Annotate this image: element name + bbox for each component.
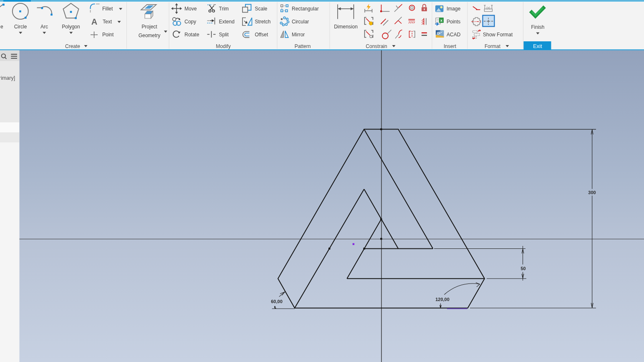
svg-text:Split: Split	[219, 32, 229, 38]
svg-text:Circular: Circular	[292, 19, 309, 25]
svg-text:Arc: Arc	[40, 24, 48, 30]
svg-text:Project: Project	[141, 24, 157, 30]
svg-text:Point: Point	[102, 32, 114, 38]
svg-text:e: e	[0, 24, 3, 30]
svg-text:Rectangular: Rectangular	[292, 6, 319, 12]
svg-text:Circle: Circle	[14, 24, 27, 30]
svg-text:Constrain: Constrain	[366, 43, 387, 49]
svg-text:Dimension: Dimension	[334, 24, 358, 30]
svg-text:(x): (x)	[486, 6, 490, 10]
svg-text:Fillet: Fillet	[102, 6, 113, 12]
svg-text:Stretch: Stretch	[255, 19, 271, 25]
svg-text:Offset: Offset	[255, 32, 268, 38]
svg-text:Show Format: Show Format	[483, 32, 513, 38]
svg-text:Mirror: Mirror	[292, 32, 305, 38]
svg-text:Modify: Modify	[216, 43, 230, 49]
svg-text:Polygon: Polygon	[62, 24, 80, 30]
svg-text:Pattern: Pattern	[295, 43, 311, 49]
svg-text:Move: Move	[184, 6, 197, 12]
svg-text:Copy: Copy	[184, 19, 196, 25]
svg-text:60,00: 60,00	[271, 299, 283, 304]
svg-text:x: x	[440, 18, 442, 23]
svg-text:A: A	[91, 17, 97, 26]
svg-text:Trim: Trim	[219, 6, 229, 12]
svg-text:Image: Image	[447, 6, 461, 12]
svg-text:ACAD: ACAD	[447, 32, 461, 38]
svg-text:Extend: Extend	[219, 19, 235, 25]
svg-text:Points: Points	[447, 19, 460, 25]
svg-text:Insert: Insert	[444, 43, 457, 49]
svg-text:Text: Text	[103, 19, 112, 25]
svg-text:Exit: Exit	[533, 43, 542, 49]
svg-text:Scale: Scale	[255, 6, 268, 12]
svg-text:120,00: 120,00	[435, 297, 450, 302]
svg-text:Create: Create	[65, 43, 80, 49]
svg-text:Format: Format	[485, 43, 501, 49]
svg-text:Finish: Finish	[531, 24, 544, 30]
svg-text:300: 300	[588, 190, 596, 195]
svg-text:Geometry: Geometry	[139, 33, 161, 38]
svg-text:Rotate: Rotate	[184, 32, 200, 38]
svg-text:rimary]: rimary]	[0, 75, 15, 81]
svg-text:50: 50	[520, 266, 525, 271]
